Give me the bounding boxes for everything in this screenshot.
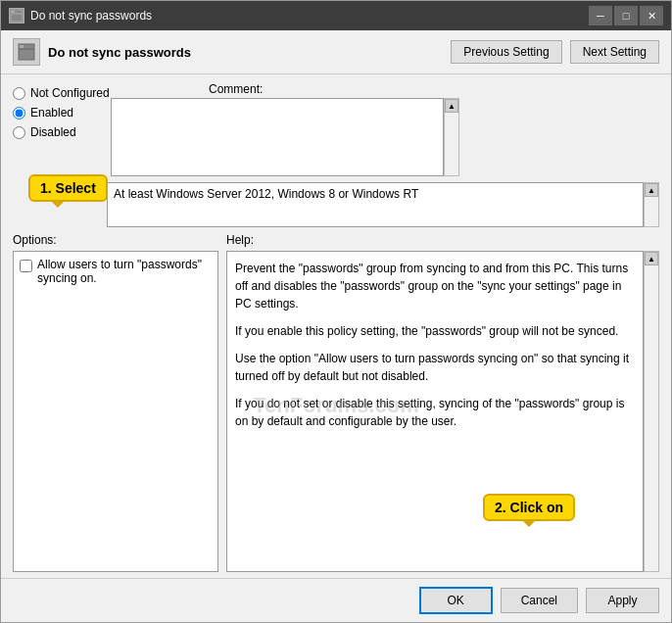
radio-disabled[interactable]: Disabled bbox=[13, 125, 111, 139]
option-allow-passwords-label: Allow users to turn "passwords" syncing … bbox=[37, 258, 212, 285]
comment-area: Comment: ▲ bbox=[111, 82, 659, 176]
help-scroll-up[interactable]: ▲ bbox=[645, 252, 658, 265]
comment-label: Comment: bbox=[209, 82, 659, 96]
minimize-button[interactable]: ─ bbox=[589, 6, 612, 25]
toolbar-icon bbox=[13, 38, 40, 66]
svg-rect-5 bbox=[20, 45, 24, 48]
title-bar-controls: ─ □ ✕ bbox=[589, 6, 663, 25]
supported-scroll-up[interactable]: ▲ bbox=[645, 183, 658, 197]
title-bar: Do not sync passwords ─ □ ✕ bbox=[1, 1, 671, 30]
supported-label: Supported on: bbox=[13, 182, 107, 198]
comment-radio-row: Not Configured Enabled Disabled Comment: bbox=[13, 82, 659, 176]
supported-row: Supported on: At least Windows Server 20… bbox=[13, 182, 659, 227]
maximize-button[interactable]: □ bbox=[614, 6, 638, 25]
cancel-button[interactable]: Cancel bbox=[501, 588, 578, 613]
help-box: Prevent the "passwords" group from synci… bbox=[226, 251, 644, 572]
help-header: Help: bbox=[226, 233, 659, 247]
options-panel: Options: Allow users to turn "passwords"… bbox=[13, 233, 218, 572]
radio-enabled[interactable]: Enabled bbox=[13, 106, 111, 120]
options-box: Allow users to turn "passwords" syncing … bbox=[13, 251, 218, 572]
help-panel: Help: Prevent the "passwords" group from… bbox=[226, 233, 659, 572]
close-button[interactable]: ✕ bbox=[640, 6, 663, 25]
window-icon bbox=[9, 8, 24, 24]
apply-button[interactable]: Apply bbox=[586, 588, 659, 613]
supported-box-wrapper: At least Windows Server 2012, Windows 8 … bbox=[107, 182, 659, 227]
radio-not-configured[interactable]: Not Configured bbox=[13, 86, 111, 100]
options-help-area: TenForums.com Options: Allow users to tu… bbox=[1, 233, 671, 578]
prev-setting-button[interactable]: Previous Setting bbox=[451, 40, 561, 64]
comment-box-row: ▲ bbox=[111, 98, 659, 176]
button-bar: OK Cancel Apply bbox=[1, 578, 671, 622]
supported-scrollbar: ▲ bbox=[644, 182, 659, 227]
top-section: Not Configured Enabled Disabled Comment: bbox=[1, 74, 671, 233]
svg-rect-2 bbox=[12, 11, 15, 13]
option-allow-passwords-checkbox[interactable] bbox=[20, 260, 32, 272]
toolbar-title: Do not sync passwords bbox=[48, 45, 443, 60]
radio-group: Not Configured Enabled Disabled bbox=[13, 82, 111, 139]
ok-button[interactable]: OK bbox=[419, 587, 493, 614]
main-content: Not Configured Enabled Disabled Comment: bbox=[1, 74, 671, 578]
comment-textarea[interactable] bbox=[111, 98, 444, 176]
toolbar: Do not sync passwords Previous Setting N… bbox=[1, 30, 671, 74]
window-title: Do not sync passwords bbox=[30, 9, 589, 23]
supported-value: At least Windows Server 2012, Windows 8 … bbox=[114, 187, 418, 201]
main-window: Do not sync passwords ─ □ ✕ Do not sync … bbox=[0, 0, 672, 623]
comment-scrollbar: ▲ bbox=[444, 98, 459, 176]
next-setting-button[interactable]: Next Setting bbox=[570, 40, 659, 64]
options-header: Options: bbox=[13, 233, 218, 247]
scroll-up-arrow[interactable]: ▲ bbox=[445, 99, 458, 113]
option-allow-passwords[interactable]: Allow users to turn "passwords" syncing … bbox=[20, 258, 212, 285]
supported-box: At least Windows Server 2012, Windows 8 … bbox=[107, 182, 644, 227]
help-box-wrapper: Prevent the "passwords" group from synci… bbox=[226, 251, 659, 572]
help-scrollbar: ▲ bbox=[644, 251, 659, 572]
